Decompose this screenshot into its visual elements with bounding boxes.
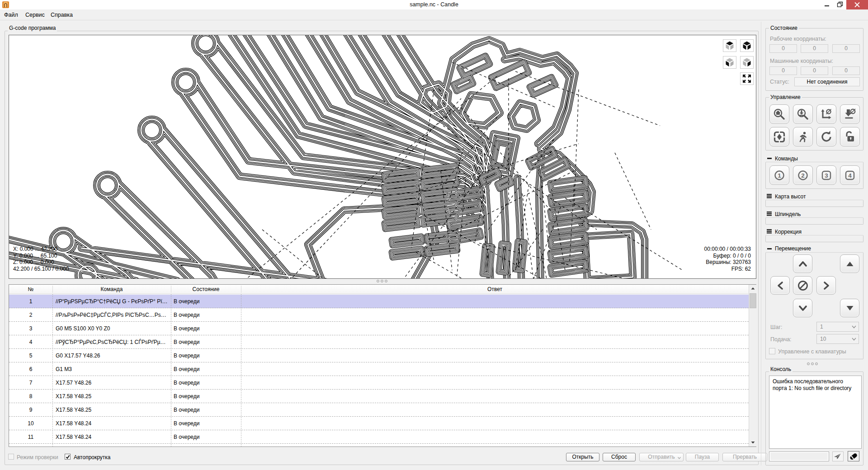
svg-text:2: 2 bbox=[801, 172, 805, 179]
svg-text:4: 4 bbox=[848, 172, 852, 179]
svg-text:3: 3 bbox=[825, 172, 828, 179]
svg-text:1: 1 bbox=[778, 172, 781, 179]
